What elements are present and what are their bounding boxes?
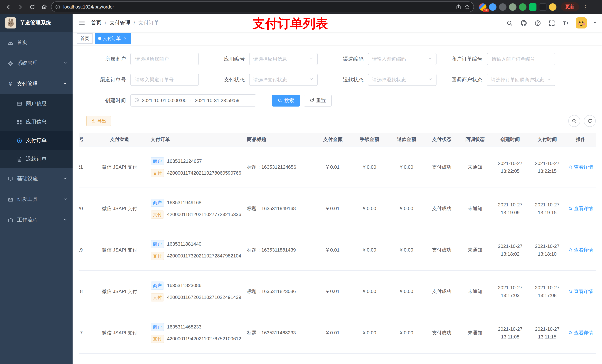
sidebar-item-payment[interactable]: ¥ 支付管理 (0, 74, 73, 94)
create-time: 13:17:03 (494, 291, 527, 299)
sidebar-toggle-icon[interactable] (73, 14, 91, 32)
chevron-down-icon (63, 60, 67, 66)
pay-no-tag: 支付 (151, 210, 164, 218)
reset-button[interactable]: 重置 (304, 94, 332, 106)
view-detail-link[interactable]: 查看详情 (568, 247, 593, 253)
browser-update-button[interactable]: 更新 (561, 2, 579, 11)
select-placeholder: 请选择订单回调商户状态 (491, 76, 545, 83)
merchant-input[interactable] (130, 53, 199, 65)
refund-status-select[interactable]: 请选择退款状态 (368, 74, 437, 86)
tag-close-icon[interactable]: × (123, 36, 128, 41)
sidebar-item-merchant-info[interactable]: 商户信息 (0, 94, 73, 113)
url-bar[interactable]: localhost:1024/pay/order (51, 1, 474, 12)
pay-amount: ¥ 0.01 (315, 188, 351, 229)
extension-icon-8[interactable] (549, 3, 557, 10)
sidebar-item-system[interactable]: 系统管理 (0, 53, 73, 74)
pay-time: 13:19:15 (531, 208, 563, 216)
pay-status-select[interactable]: 请选择支付状态 (249, 74, 318, 86)
sidebar-item-label: 退款订单 (26, 156, 47, 162)
merchant-no-tag: 商户 (151, 281, 164, 290)
channel-code-select[interactable]: 请输入渠道编码 (368, 53, 437, 65)
pay-status: 支付成功 (425, 188, 458, 229)
sidebar-item-label: 工作流程 (17, 217, 38, 223)
extension-icon-2[interactable] (489, 3, 496, 10)
create-time-range-picker[interactable]: 2021-10-01 00:00:00 - 2021-10-31 23:59:5… (130, 94, 256, 106)
filter-label: 渠道编码 (323, 56, 368, 62)
col-refund: 退款金额 (388, 133, 425, 146)
share-icon[interactable] (456, 4, 461, 10)
col-actions: 操作 (566, 133, 596, 146)
callback-status: 未通知 (458, 146, 492, 188)
breadcrumb-item[interactable]: 支付管理 (110, 20, 130, 26)
sidebar-item-home[interactable]: 首页 (0, 32, 73, 53)
toolbox-icon (7, 197, 13, 202)
sidebar-item-infrastructure[interactable]: 基础设施 (0, 168, 73, 189)
pay-channel: 微信 JSAPI 支付 (94, 146, 146, 188)
callback-status-select[interactable]: 请选择订单回调商户状态 (487, 74, 555, 86)
breadcrumb-item[interactable]: 首页 (91, 20, 101, 26)
avatar[interactable] (576, 17, 587, 29)
sidebar-item-label: 应用信息 (26, 119, 47, 125)
font-size-icon[interactable]: TT (562, 19, 570, 27)
select-placeholder: 请选择支付状态 (253, 76, 308, 83)
site-info-icon[interactable] (55, 4, 60, 10)
sidebar-item-workflow[interactable]: 工作流程 (0, 210, 73, 230)
channel-order-no-field[interactable] (134, 77, 195, 83)
pay-date: 2021-10-27 (531, 283, 563, 291)
sidebar-item-app-info[interactable]: 应用信息 (0, 113, 73, 131)
table-row: 120 微信 JSAPI 支付 商户 1635311949168 (79, 188, 596, 229)
extension-icon-6[interactable] (529, 3, 537, 10)
create-time: 13:18:02 (494, 250, 527, 258)
home-icon[interactable] (39, 2, 49, 12)
col-callback: 回调状态 (458, 133, 492, 146)
active-dot (98, 37, 101, 40)
url-text[interactable]: localhost:1024/pay/order (63, 4, 453, 10)
create-date: 2021-10-27 (494, 159, 527, 167)
refresh-table-icon[interactable] (584, 115, 596, 127)
order-id: 118 (79, 270, 94, 312)
extension-icon-7[interactable] (539, 3, 547, 10)
tag-pay-order[interactable]: 支付订单 × (95, 33, 131, 44)
forward-icon[interactable] (16, 2, 25, 12)
back-icon[interactable] (4, 2, 13, 12)
pay-time: 13:11:15 (531, 333, 563, 341)
date-range-start[interactable]: 2021-10-01 00:00:00 (142, 98, 186, 103)
export-button[interactable]: 导出 (86, 116, 111, 126)
app-no-select[interactable]: 请选择应用信息 (249, 53, 318, 65)
date-range-end[interactable]: 2021-10-31 23:59:59 (195, 98, 239, 103)
pay-time: 13:18:10 (531, 250, 563, 258)
extension-icon-3[interactable] (499, 3, 506, 10)
bookmark-star-icon[interactable] (464, 4, 470, 10)
help-icon[interactable] (534, 19, 542, 27)
extension-icon-1[interactable]: 10 (479, 3, 486, 10)
col-status: 支付状态 (425, 133, 458, 146)
app-logo[interactable]: 芋道管理系统 (0, 14, 73, 32)
view-detail-link[interactable]: 查看详情 (568, 288, 593, 295)
github-icon[interactable] (519, 19, 527, 27)
tag-home[interactable]: 首页 (77, 33, 93, 44)
extension-icon-5[interactable] (519, 3, 527, 10)
header-search-icon[interactable] (505, 19, 514, 27)
merchant-order-no-field[interactable] (491, 56, 551, 62)
merchant-input-field[interactable] (134, 56, 195, 62)
merchant-order-no-input[interactable] (487, 53, 555, 65)
payment-submenu: 商户信息 应用信息 支付订单 (0, 94, 73, 168)
browser-menu-icon[interactable]: ⋮ (583, 4, 588, 10)
channel-pay-no: 4200001173202110272847982104 (167, 253, 241, 259)
extension-icon-4[interactable] (509, 3, 516, 10)
channel-order-no-input[interactable] (130, 74, 199, 86)
view-detail-link[interactable]: 查看详情 (568, 164, 593, 170)
merchant-no-tag: 商户 (151, 240, 164, 248)
sidebar-item-dev-tools[interactable]: 研发工具 (0, 189, 73, 210)
search-button[interactable]: 搜索 (272, 94, 300, 106)
sidebar-item-pay-order[interactable]: 支付订单 (0, 131, 73, 150)
toggle-search-icon[interactable] (568, 115, 580, 127)
view-detail-link[interactable]: 查看详情 (568, 205, 593, 212)
fullscreen-icon[interactable] (548, 19, 556, 27)
sidebar-item-refund-order[interactable]: 退款订单 (0, 150, 73, 168)
avatar-caret-icon[interactable] (593, 21, 597, 25)
fee-amount (351, 354, 388, 364)
extension-row: 10 (479, 3, 557, 10)
view-detail-link[interactable]: 查看详情 (568, 329, 593, 336)
reload-icon[interactable] (27, 2, 37, 12)
